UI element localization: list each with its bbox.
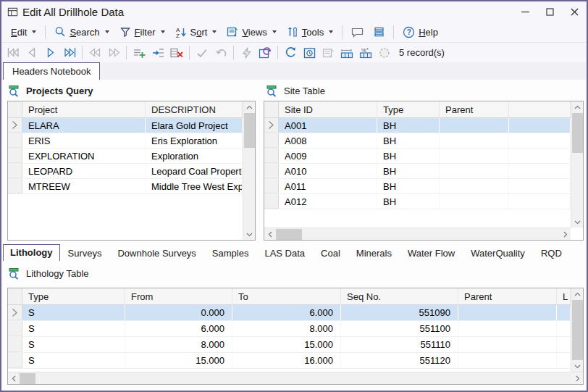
tab-waterquality[interactable]: WaterQuality — [463, 246, 533, 261]
vertical-scrollbar[interactable] — [571, 101, 583, 228]
scroll-left-icon[interactable] — [8, 372, 19, 385]
cell-type[interactable]: S — [22, 305, 125, 320]
cell-l[interactable] — [557, 305, 571, 320]
cell-to[interactable]: 15.000 — [232, 337, 341, 352]
column-header-type[interactable]: Type — [22, 288, 125, 304]
undo-edit-button[interactable] — [212, 44, 230, 61]
row-indicator[interactable] — [264, 118, 279, 133]
cell-blank[interactable] — [509, 118, 571, 133]
tab-headers-notebook[interactable]: Headers Notebook — [3, 62, 100, 80]
tab-minerals[interactable]: Minerals — [348, 246, 400, 261]
cell-site-id[interactable]: A010 — [279, 164, 377, 178]
table-row[interactable]: S 0.000 6.000 551090 — [8, 305, 571, 321]
cell-parent[interactable] — [458, 353, 557, 368]
cell-parent[interactable] — [440, 118, 509, 133]
scrollbar-thumb[interactable] — [244, 113, 255, 148]
cell-parent[interactable] — [458, 337, 557, 352]
tab-water-flow[interactable]: Water Flow — [400, 246, 463, 261]
column-header-type[interactable]: Type — [377, 101, 440, 117]
cell-to[interactable]: 16.000 — [232, 353, 341, 368]
menu-search[interactable]: Search — [49, 24, 114, 40]
cell-parent[interactable] — [440, 179, 509, 193]
cell-description[interactable]: Leopard Coal Properties — [146, 164, 243, 178]
cell-description[interactable]: Exploration — [146, 149, 243, 163]
layout-views-button[interactable] — [319, 44, 337, 61]
cell-parent[interactable] — [440, 164, 509, 178]
row-indicator[interactable] — [8, 149, 22, 163]
history-button[interactable] — [301, 44, 318, 61]
header-table-button[interactable] — [338, 44, 356, 61]
first-record-button[interactable] — [4, 44, 22, 61]
page-back-button[interactable] — [86, 44, 104, 61]
column-header-parent[interactable]: Parent — [440, 101, 509, 117]
cell-parent[interactable] — [458, 321, 557, 336]
cell-to[interactable]: 8.000 — [232, 321, 341, 336]
cell-type[interactable]: BH — [377, 194, 440, 209]
cell-blank[interactable] — [509, 133, 571, 148]
column-header-to[interactable]: To — [232, 288, 341, 304]
scrollbar-thumb[interactable] — [276, 229, 302, 240]
tab-downhole-surveys[interactable]: Downhole Surveys — [109, 246, 203, 261]
comment-button[interactable] — [346, 24, 369, 40]
cell-description[interactable]: Elara Gold Project — [146, 118, 243, 133]
cell-parent[interactable] — [440, 133, 509, 148]
scrollbar-thumb[interactable] — [572, 113, 583, 153]
scroll-left-icon[interactable] — [264, 228, 275, 241]
cell-parent[interactable] — [458, 305, 557, 320]
cell-site-id[interactable]: A008 — [279, 133, 377, 148]
column-header-parent[interactable]: Parent — [458, 288, 557, 304]
cell-type[interactable]: S — [22, 337, 125, 352]
cell-blank[interactable] — [509, 179, 571, 193]
cell-to[interactable]: 6.000 — [232, 305, 341, 320]
cell-blank[interactable] — [509, 194, 571, 209]
tab-samples[interactable]: Samples — [204, 246, 257, 261]
cell-parent[interactable] — [440, 149, 509, 163]
row-indicator[interactable] — [8, 321, 22, 336]
scrollbar-thumb[interactable] — [572, 300, 583, 360]
column-header-l[interactable]: L — [557, 288, 571, 304]
row-indicator[interactable] — [264, 194, 279, 209]
table-row[interactable]: A001 BH — [264, 118, 571, 133]
column-header-description[interactable]: DESCRIPTION — [146, 101, 243, 117]
cell-site-id[interactable]: A011 — [279, 179, 377, 193]
column-header-blank[interactable] — [509, 101, 571, 117]
row-indicator[interactable] — [264, 133, 279, 148]
cell-from[interactable]: 8.000 — [125, 337, 232, 352]
menu-sort[interactable]: AZ Sort — [170, 24, 222, 40]
cell-blank[interactable] — [509, 164, 571, 178]
menu-filter[interactable]: Filter — [114, 24, 170, 40]
cell-type[interactable]: BH — [377, 133, 440, 148]
row-indicator[interactable] — [8, 305, 22, 320]
execute-button[interactable] — [238, 44, 255, 61]
cell-description[interactable]: Middle Tree West Explora — [146, 179, 243, 193]
cell-description[interactable]: Eris Exploration — [146, 133, 243, 148]
scroll-down-icon[interactable] — [243, 229, 256, 240]
table-row[interactable]: S 6.000 8.000 551100 — [8, 321, 571, 337]
table-row[interactable]: A008 BH — [264, 133, 571, 149]
cell-from[interactable]: 15.000 — [125, 353, 232, 368]
table-row[interactable]: EXPLORATION Exploration — [8, 149, 243, 164]
scroll-right-icon[interactable] — [572, 372, 583, 385]
row-indicator[interactable] — [8, 133, 22, 148]
scroll-down-icon[interactable] — [571, 361, 584, 372]
cell-blank[interactable] — [509, 149, 571, 163]
table-row[interactable]: A011 BH — [264, 179, 571, 194]
cell-l[interactable] — [557, 353, 571, 368]
maximize-button[interactable] — [537, 1, 562, 22]
page-forward-button[interactable] — [105, 44, 122, 61]
row-indicator[interactable] — [264, 149, 279, 163]
tab-surveys[interactable]: Surveys — [60, 246, 110, 261]
row-indicator[interactable] — [8, 118, 22, 133]
cell-type[interactable]: S — [22, 353, 125, 368]
column-header-project[interactable]: Project — [22, 101, 146, 117]
table-row[interactable]: ELARA Elara Gold Project — [8, 118, 243, 133]
cell-site-id[interactable]: A012 — [279, 194, 377, 209]
table-row[interactable]: LEOPARD Leopard Coal Properties — [8, 164, 243, 179]
row-indicator[interactable] — [264, 179, 279, 193]
scroll-down-icon[interactable] — [571, 217, 584, 228]
cell-project[interactable]: LEOPARD — [22, 164, 146, 178]
cell-seq-no[interactable]: 551120 — [341, 353, 458, 368]
vertical-scrollbar[interactable] — [243, 101, 255, 240]
cell-type[interactable]: BH — [377, 179, 440, 193]
next-record-button[interactable] — [42, 44, 59, 61]
